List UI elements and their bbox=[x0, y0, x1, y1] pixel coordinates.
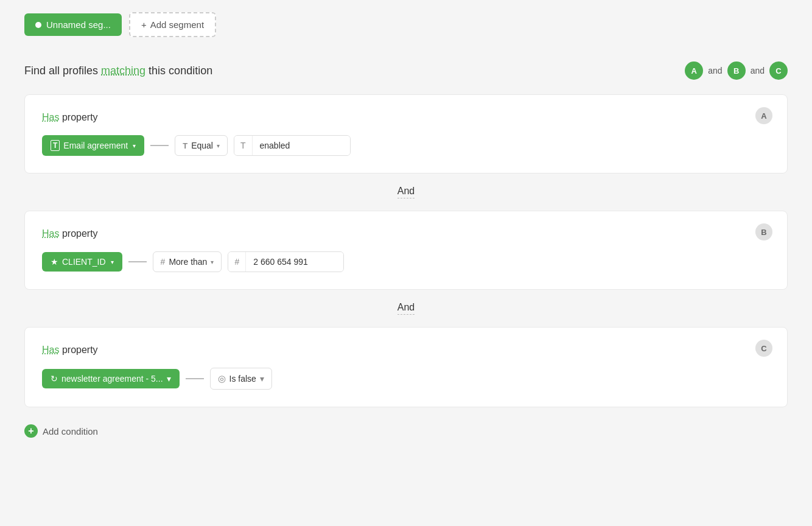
and-separator-1: And bbox=[24, 174, 788, 211]
client-id-button[interactable]: ★ CLIENT_ID ▾ bbox=[42, 252, 122, 272]
has-label-b[interactable]: Has bbox=[42, 228, 59, 239]
loop-icon: ↻ bbox=[51, 374, 58, 384]
hash-icon-b: # bbox=[161, 257, 166, 267]
active-segment-tab[interactable]: Unnamed seg... bbox=[24, 13, 122, 36]
segment-circle-b: B bbox=[727, 61, 746, 80]
condition-matching[interactable]: matching bbox=[101, 65, 145, 77]
condition-prefix: Find all profiles bbox=[24, 65, 101, 77]
plus-circle-icon: + bbox=[24, 424, 38, 438]
plus-icon: + bbox=[141, 19, 147, 30]
condition-a-label: Has property bbox=[42, 112, 770, 123]
dash-connector-a bbox=[150, 145, 169, 146]
condition-c-row: ↻ newsletter agreement - 5... ▾ ◎ Is fal… bbox=[42, 368, 770, 390]
segment-circle-a: A bbox=[685, 61, 703, 80]
badge-a: A bbox=[755, 107, 772, 124]
dash-connector-b bbox=[128, 261, 147, 262]
is-false-circle-icon: ◎ bbox=[218, 373, 226, 384]
value-input-b[interactable] bbox=[246, 252, 343, 272]
equal-label: Equal bbox=[191, 141, 213, 150]
has-label-c[interactable]: Has bbox=[42, 345, 59, 355]
value-hash-icon-b: # bbox=[228, 252, 246, 272]
segment-labels: A and B and C bbox=[685, 61, 788, 80]
segment-and-1: and bbox=[708, 66, 722, 75]
main-content: Find all profiles matching this conditio… bbox=[0, 49, 812, 455]
text-type-icon: T bbox=[51, 140, 60, 151]
operator-chevron-c: ▾ bbox=[260, 374, 264, 384]
condition-block-c: C Has property ↻ newsletter agreement - … bbox=[24, 327, 788, 407]
condition-block-a: A Has property T Email agreement ▾ T Equ… bbox=[24, 94, 788, 174]
dash-connector-c bbox=[186, 378, 204, 379]
condition-block-b: B Has property ★ CLIENT_ID ▾ # More than… bbox=[24, 211, 788, 290]
condition-b-row: ★ CLIENT_ID ▾ # More than ▾ # bbox=[42, 251, 770, 272]
equal-operator-button[interactable]: T Equal ▾ bbox=[175, 135, 228, 156]
chevron-down-icon-b: ▾ bbox=[111, 259, 114, 265]
segment-and-2: and bbox=[751, 66, 765, 75]
operator-chevron-b: ▾ bbox=[211, 259, 214, 265]
condition-description: Find all profiles matching this conditio… bbox=[24, 65, 212, 77]
condition-a-row: T Email agreement ▾ T Equal ▾ T bbox=[42, 135, 770, 156]
value-input-wrap-b: # bbox=[228, 251, 344, 272]
operator-chevron-a: ▾ bbox=[217, 142, 220, 149]
condition-b-label: Has property bbox=[42, 228, 770, 239]
more-than-label: More than bbox=[169, 257, 207, 267]
email-agreement-button[interactable]: T Email agreement ▾ bbox=[42, 135, 144, 156]
badge-c: C bbox=[755, 340, 772, 357]
has-label-a[interactable]: Has bbox=[42, 112, 59, 122]
condition-header: Find all profiles matching this conditio… bbox=[24, 61, 788, 80]
add-condition-label: Add condition bbox=[43, 426, 98, 437]
value-type-icon-a: T bbox=[234, 136, 253, 155]
more-than-operator-button[interactable]: # More than ▾ bbox=[153, 251, 222, 272]
is-false-label: Is false bbox=[229, 374, 256, 384]
badge-b: B bbox=[755, 223, 772, 240]
client-id-label: CLIENT_ID bbox=[62, 257, 106, 267]
add-segment-label: Add segment bbox=[150, 19, 204, 30]
value-input-wrap-a: T bbox=[234, 135, 351, 156]
add-condition-button[interactable]: + Add condition bbox=[24, 419, 98, 443]
newsletter-agreement-button[interactable]: ↻ newsletter agreement - 5... ▾ bbox=[42, 369, 180, 388]
add-segment-button[interactable]: + Add segment bbox=[129, 12, 216, 37]
star-icon: ★ bbox=[51, 257, 58, 267]
top-bar: Unnamed seg... + Add segment bbox=[0, 0, 812, 49]
newsletter-label: newsletter agreement - 5... bbox=[61, 374, 163, 384]
chevron-down-icon-c: ▾ bbox=[167, 374, 171, 384]
email-agreement-label: Email agreement bbox=[63, 141, 128, 150]
segment-circle-c: C bbox=[769, 61, 788, 80]
condition-c-label: Has property bbox=[42, 345, 770, 356]
value-input-a[interactable] bbox=[253, 136, 350, 155]
is-false-operator-button[interactable]: ◎ Is false ▾ bbox=[210, 368, 272, 390]
chevron-down-icon: ▾ bbox=[133, 142, 136, 149]
operator-type-icon-a: T bbox=[183, 141, 187, 150]
segment-dot bbox=[35, 22, 41, 28]
condition-suffix: this condition bbox=[145, 65, 212, 77]
active-segment-label: Unnamed seg... bbox=[46, 19, 111, 30]
and-separator-2: And bbox=[24, 290, 788, 327]
